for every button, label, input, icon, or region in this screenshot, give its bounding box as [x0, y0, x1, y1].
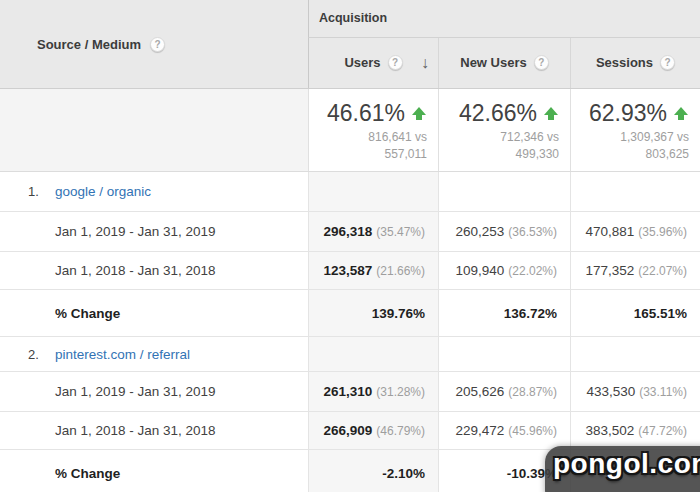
summary-new-users-comparison: 712,346 vs 499,330: [500, 129, 559, 161]
sort-descending-icon[interactable]: ↓: [421, 54, 429, 72]
sessions-value-cell: 470,881 (35.96%): [570, 212, 700, 251]
date-range-label: Jan 1, 2019 - Jan 31, 2019: [55, 384, 216, 399]
empty-cell: [570, 172, 700, 211]
watermark-text: pongol.com: [553, 448, 700, 480]
help-icon[interactable]: ?: [150, 37, 165, 52]
table-row-period: Jan 1, 2019 - Jan 31, 2019 261,310 (31.2…: [0, 372, 700, 412]
column-header-users-label: Users: [344, 55, 380, 70]
column-header-users[interactable]: Users ? ↓: [308, 38, 438, 88]
new-users-value-cell: 260,253 (36.53%): [438, 212, 570, 251]
empty-cell: [308, 172, 438, 211]
column-header-new-users-label: New Users: [460, 55, 526, 70]
table-row-change: % Change 139.76% 136.72% 165.51%: [0, 290, 700, 337]
analytics-source-medium-table: Source / Medium ? Acquisition Users ? ↓ …: [0, 0, 700, 492]
metric-column-headers: Users ? ↓ New Users ? Sessions ?: [308, 38, 700, 88]
users-value-cell: 123,587 (21.66%): [308, 252, 438, 289]
column-header-new-users[interactable]: New Users ?: [438, 38, 570, 88]
summary-users-percent: 46.61%: [327, 100, 405, 126]
source-link-pinterest-referral[interactable]: pinterest.com / referral: [55, 347, 190, 362]
section-header: Acquisition: [308, 0, 700, 38]
empty-cell: [438, 337, 570, 371]
dimension-header-label: Source / Medium: [37, 37, 141, 52]
source-cell: 2. pinterest.com / referral: [0, 337, 308, 371]
trend-up-icon: [411, 106, 427, 121]
summary-blank-cell: [0, 89, 308, 171]
column-header-sessions-label: Sessions: [596, 55, 653, 70]
acquisition-section: Acquisition Users ? ↓ New Users ? Sessio…: [308, 0, 700, 88]
users-value-cell: 266,909 (46.79%): [308, 412, 438, 449]
empty-cell: [438, 172, 570, 211]
table-row-period: Jan 1, 2019 - Jan 31, 2019 296,318 (35.4…: [0, 212, 700, 252]
row-index: 2.: [28, 347, 55, 362]
new-users-value-cell: 205,626 (28.87%): [438, 372, 570, 411]
percent-change-label: % Change: [55, 466, 120, 481]
table-row-period: Jan 1, 2018 - Jan 31, 2018 266,909 (46.7…: [0, 412, 700, 450]
empty-cell: [308, 337, 438, 371]
summary-row: 46.61% 816,641 vs 557,011 42.66% 712,346…: [0, 89, 700, 172]
new-users-value-cell: 109,940 (22.02%): [438, 252, 570, 289]
users-value-cell: 261,310 (31.28%): [308, 372, 438, 411]
percent-change-label: % Change: [55, 306, 120, 321]
source-link-google-organic[interactable]: google / organic: [55, 184, 151, 199]
summary-sessions-percent: 62.93%: [589, 100, 667, 126]
summary-new-users: 42.66% 712,346 vs 499,330: [438, 89, 570, 171]
help-icon[interactable]: ?: [660, 55, 675, 70]
help-icon[interactable]: ?: [534, 55, 549, 70]
table-row-source: 2. pinterest.com / referral: [0, 337, 700, 372]
table-row-period: Jan 1, 2018 - Jan 31, 2018 123,587 (21.6…: [0, 252, 700, 290]
dimension-header: Source / Medium ?: [0, 0, 308, 88]
trend-up-icon: [543, 106, 559, 121]
help-icon[interactable]: ?: [388, 55, 403, 70]
users-change-cell: 139.76%: [308, 290, 438, 336]
date-range-label: Jan 1, 2018 - Jan 31, 2018: [55, 423, 216, 438]
row-index: 1.: [28, 184, 55, 199]
summary-new-users-percent: 42.66%: [459, 100, 537, 126]
table-row-source: 1. google / organic: [0, 172, 700, 212]
source-cell: 1. google / organic: [0, 172, 308, 211]
sessions-change-cell: 165.51%: [570, 290, 700, 336]
new-users-value-cell: 229,472 (45.96%): [438, 412, 570, 449]
sessions-value-cell: 383,502 (47.72%): [570, 412, 700, 449]
date-range-label: Jan 1, 2019 - Jan 31, 2019: [55, 224, 216, 239]
sessions-value-cell: 433,530 (33.11%): [570, 372, 700, 411]
trend-up-icon: [673, 106, 689, 121]
users-change-cell: -2.10%: [308, 450, 438, 492]
summary-users-comparison: 816,641 vs 557,011: [368, 129, 427, 161]
summary-sessions: 62.93% 1,309,367 vs 803,625: [570, 89, 700, 171]
users-value-cell: 296,318 (35.47%): [308, 212, 438, 251]
column-header-sessions[interactable]: Sessions ?: [570, 38, 700, 88]
new-users-change-cell: 136.72%: [438, 290, 570, 336]
date-range-label: Jan 1, 2018 - Jan 31, 2018: [55, 263, 216, 278]
empty-cell: [570, 337, 700, 371]
watermark-overlay: pongol.com: [545, 446, 700, 492]
summary-sessions-comparison: 1,309,367 vs 803,625: [620, 129, 689, 161]
table-header: Source / Medium ? Acquisition Users ? ↓ …: [0, 0, 700, 89]
sessions-value-cell: 177,352 (22.07%): [570, 252, 700, 289]
summary-users: 46.61% 816,641 vs 557,011: [308, 89, 438, 171]
section-header-label: Acquisition: [319, 11, 387, 25]
